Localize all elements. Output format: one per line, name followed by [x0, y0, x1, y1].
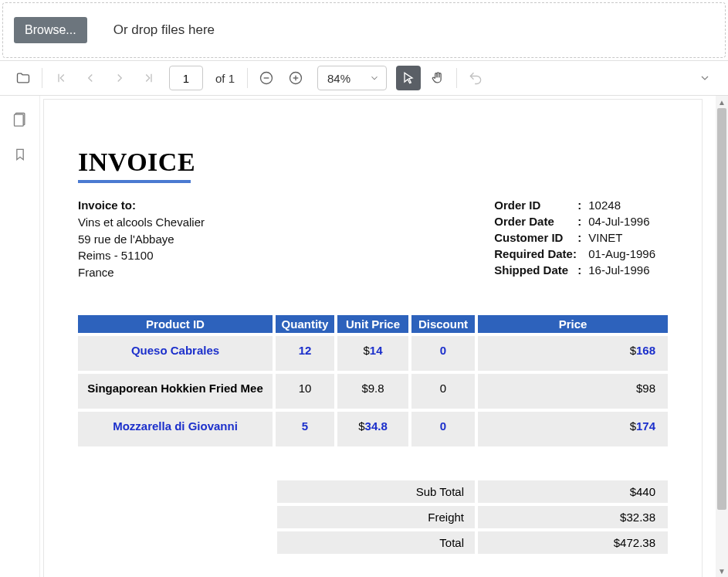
page-number-input[interactable]	[169, 66, 203, 90]
cell-quantity: 5	[276, 409, 337, 446]
separator	[456, 68, 457, 88]
cell-price: $174	[478, 409, 668, 446]
dropzone-hint: Or drop files here	[113, 22, 215, 38]
vertical-scrollbar[interactable]: ▲ ▼	[716, 96, 728, 577]
cell-price: $98	[478, 371, 668, 409]
freight-value: $32.38	[475, 506, 668, 528]
freight-label: Freight	[277, 506, 475, 528]
subtotal-value: $440	[475, 480, 668, 503]
order-meta-block: Order ID:10248 Order Date:04-Jul-1996 Cu…	[494, 197, 655, 281]
zoom-in-icon[interactable]	[283, 66, 308, 90]
page-total-label: of 1	[215, 72, 235, 85]
undo-icon[interactable]	[463, 66, 488, 90]
total-value: $472.38	[475, 531, 668, 554]
svg-rect-3	[14, 114, 23, 126]
cell-unit-price: $34.8	[337, 409, 411, 446]
selection-tool-icon[interactable]	[396, 66, 421, 90]
cell-quantity: 10	[276, 371, 337, 409]
table-row: Singaporean Hokkien Fried Mee10$9.80$98	[78, 371, 668, 409]
customer-id-value: VINET	[588, 229, 622, 246]
last-page-icon[interactable]	[137, 66, 161, 90]
col-product-id: Product ID	[78, 315, 276, 333]
shipped-date-value: 16-Jul-1996	[588, 262, 649, 278]
main-area: INVOICE Invoice to: Vins et alcools Chev…	[0, 96, 728, 577]
bill-to-label: Invoice to:	[78, 197, 205, 214]
first-page-icon[interactable]	[49, 66, 73, 90]
line-items-table: Product ID Quantity Unit Price Discount …	[78, 315, 668, 446]
cell-product-id: Singaporean Hokkien Fried Mee	[78, 371, 276, 409]
col-price: Price	[478, 315, 668, 333]
table-row: Queso Cabrales12$140$168	[78, 333, 668, 371]
bookmarks-icon[interactable]	[12, 147, 28, 162]
bill-to-name: Vins et alcools Chevalier	[78, 214, 205, 231]
page-total-prefix: of	[215, 72, 225, 85]
pan-tool-icon[interactable]	[425, 66, 450, 90]
scroll-thumb[interactable]	[717, 108, 726, 510]
required-date-label: Required Date:	[494, 246, 585, 262]
cell-product-id: Queso Cabrales	[78, 333, 276, 371]
collapse-toolbar-icon[interactable]	[692, 66, 717, 90]
scroll-down-icon[interactable]: ▼	[716, 565, 728, 577]
cell-product-id: Mozzarella di Giovanni	[78, 409, 276, 446]
cell-discount: 0	[411, 333, 478, 371]
cell-discount: 0	[411, 371, 478, 409]
cell-quantity: 12	[276, 333, 337, 371]
subtotal-label: Sub Total	[277, 480, 475, 503]
shipped-date-label: Shipped Date	[494, 262, 577, 278]
table-header-row: Product ID Quantity Unit Price Discount …	[78, 315, 668, 333]
page-total-value: 1	[229, 72, 235, 85]
bill-to-country: France	[78, 264, 205, 281]
separator	[247, 68, 248, 88]
bill-to-block: Invoice to: Vins et alcools Chevalier 59…	[78, 197, 205, 281]
title-underline	[78, 180, 191, 183]
totals-block: Sub Total$440 Freight$32.38 Total$472.38	[277, 477, 668, 554]
chevron-down-icon	[369, 73, 380, 83]
side-panel	[0, 96, 40, 577]
total-label: Total	[277, 531, 475, 554]
zoom-out-icon[interactable]	[254, 66, 279, 90]
thumbnails-icon[interactable]	[12, 111, 28, 127]
prev-page-icon[interactable]	[78, 66, 103, 90]
table-row: Mozzarella di Giovanni5$34.80$174	[78, 409, 668, 446]
required-date-value: 01-Aug-1996	[588, 246, 655, 262]
cell-unit-price: $9.8	[337, 371, 411, 409]
scroll-up-icon[interactable]: ▲	[716, 96, 728, 108]
col-quantity: Quantity	[276, 315, 337, 333]
zoom-dropdown[interactable]: 84%	[317, 66, 387, 90]
cell-unit-price: $14	[337, 333, 411, 371]
zoom-value: 84%	[327, 72, 350, 85]
viewer-toolbar: of 1 84%	[0, 60, 728, 96]
separator	[42, 68, 42, 88]
bill-to-city: Reims - 51100	[78, 247, 205, 264]
order-id-label: Order ID	[494, 197, 577, 213]
order-id-value: 10248	[588, 197, 621, 213]
bill-to-street: 59 rue de l'Abbaye	[78, 231, 205, 248]
cell-price: $168	[478, 333, 668, 371]
col-discount: Discount	[411, 315, 478, 333]
customer-id-label: Customer ID	[494, 229, 577, 246]
invoice-page: INVOICE Invoice to: Vins et alcools Chev…	[43, 99, 703, 577]
invoice-title: INVOICE	[78, 148, 702, 177]
document-viewer[interactable]: INVOICE Invoice to: Vins et alcools Chev…	[40, 96, 728, 577]
cell-discount: 0	[411, 409, 478, 446]
col-unit-price: Unit Price	[337, 315, 411, 333]
next-page-icon[interactable]	[107, 66, 132, 90]
open-file-icon[interactable]	[11, 66, 36, 90]
order-date-label: Order Date	[494, 213, 577, 229]
file-dropzone[interactable]: Browse... Or drop files here	[2, 2, 726, 58]
order-date-value: 04-Jul-1996	[588, 213, 649, 229]
browse-button[interactable]: Browse...	[14, 17, 87, 43]
